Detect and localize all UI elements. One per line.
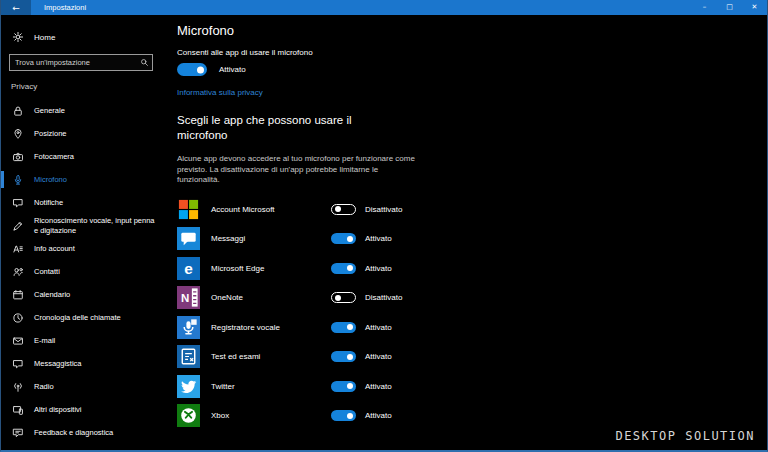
app-name: Test ed esami [211, 352, 331, 361]
privacy-section-label: Privacy [11, 82, 161, 91]
sidebar-item-microfono[interactable]: Microfono [1, 168, 161, 191]
voice-recorder-icon [177, 316, 200, 339]
main-content: Microfono Consenti alle app di usare il … [161, 15, 767, 450]
sidebar-item-label: Altri dispositivi [34, 405, 82, 415]
sidebar-item-feedback-e-diagnostica[interactable]: Feedback e diagnostica [1, 421, 161, 444]
svg-text:N: N [181, 292, 189, 304]
window-controls: – □ ✕ [692, 0, 767, 15]
pen-icon [11, 220, 24, 232]
history-icon [11, 312, 24, 324]
app-toggle[interactable] [331, 410, 356, 421]
sidebar-item-label: Contatti [34, 267, 60, 277]
master-toggle-state: Attivato [219, 65, 246, 74]
app-toggle[interactable] [331, 292, 356, 303]
lock-icon [11, 105, 24, 117]
minimize-button[interactable]: – [692, 0, 717, 15]
location-icon [11, 128, 24, 140]
messaging-app-icon [177, 227, 200, 250]
sidebar-item-calendario[interactable]: Calendario [1, 283, 161, 306]
devices-icon [11, 404, 24, 416]
toggle-knob [347, 324, 353, 330]
sidebar-item-label: Posizione [34, 129, 67, 139]
app-name: Messaggi [211, 234, 331, 243]
apps-section-heading: Scegli le app che possono usare il micro… [177, 113, 377, 143]
edge-icon: e [177, 257, 200, 280]
sidebar-item-radio[interactable]: Radio [1, 375, 161, 398]
app-name: OneNote [211, 293, 331, 302]
toggle-knob [197, 66, 204, 73]
app-toggle[interactable] [331, 322, 356, 333]
notification-icon [11, 197, 24, 209]
app-name: Xbox [211, 411, 331, 420]
back-button[interactable]: ← [1, 0, 31, 15]
app-permission-list: Account MicrosoftDisattivatoMessaggiAtti… [177, 198, 767, 428]
microsoft-logo-icon [177, 198, 200, 221]
sidebar-item-home[interactable]: Home [1, 28, 161, 46]
twitter-icon [177, 375, 200, 398]
xbox-icon [177, 404, 200, 427]
gear-icon [11, 31, 24, 43]
apps-section-description: Alcune app devono accedere al tuo microf… [177, 154, 417, 186]
app-row: TwitterAttivato [177, 375, 767, 398]
sidebar-item-messaggistica[interactable]: Messaggistica [1, 352, 161, 375]
app-row: Test ed esamiAttivato [177, 345, 767, 368]
sidebar-item-label: Calendario [34, 290, 70, 300]
sidebar-item-e-mail[interactable]: E-mail [1, 329, 161, 352]
master-toggle-row: Attivato [177, 63, 767, 76]
sidebar-item-label: Microfono [34, 175, 67, 185]
sidebar-item-label: Messaggistica [34, 359, 82, 369]
sidebar-item-notifiche[interactable]: Notifiche [1, 191, 161, 214]
app-toggle-state: Attivato [365, 352, 392, 361]
sidebar-item-label: Cronologia delle chiamate [34, 313, 121, 323]
sidebar-item-contatti[interactable]: Contatti [1, 260, 161, 283]
app-toggle-state: Disattivato [365, 205, 402, 214]
toggle-knob [335, 206, 341, 212]
sidebar-item-label: E-mail [34, 336, 55, 346]
master-toggle-label: Consenti alle app di usare il microfono [177, 48, 767, 57]
toggle-knob [335, 295, 341, 301]
onenote-icon: N [177, 286, 200, 309]
sidebar-item-label: Fotocamera [34, 152, 74, 162]
sidebar-item-generale[interactable]: Generale [1, 99, 161, 122]
app-toggle[interactable] [331, 263, 356, 274]
sidebar-item-altri-dispositivi[interactable]: Altri dispositivi [1, 398, 161, 421]
sidebar-item-info-account[interactable]: Info account [1, 237, 161, 260]
privacy-statement-link[interactable]: Informativa sulla privacy [177, 88, 263, 97]
sidebar-nav: GeneralePosizioneFotocameraMicrofonoNoti… [1, 99, 161, 444]
account-icon [11, 243, 24, 255]
sidebar-item-label: Riconoscimento vocale, input penna e dig… [34, 216, 157, 235]
master-mic-toggle[interactable] [177, 63, 207, 76]
titlebar: ← Impostazioni – □ ✕ [1, 0, 767, 15]
take-a-test-icon [177, 345, 200, 368]
sidebar-item-label: Radio [34, 382, 54, 392]
toggle-knob [347, 265, 353, 271]
search-icon[interactable] [137, 55, 152, 70]
app-row: NOneNoteDisattivato [177, 286, 767, 309]
page-title: Microfono [177, 23, 767, 39]
app-row: eMicrosoft EdgeAttivato [177, 257, 767, 280]
close-button[interactable]: ✕ [742, 0, 767, 15]
app-toggle-state: Attivato [365, 234, 392, 243]
camera-icon [11, 151, 24, 163]
app-toggle-state: Attivato [365, 411, 392, 420]
radio-icon [11, 381, 24, 393]
window-title: Impostazioni [44, 3, 86, 12]
sidebar-item-posizione[interactable]: Posizione [1, 122, 161, 145]
app-toggle[interactable] [331, 351, 356, 362]
sidebar-item-label: Notifiche [34, 198, 63, 208]
app-toggle-state: Attivato [365, 323, 392, 332]
maximize-button[interactable]: □ [717, 0, 742, 15]
settings-window: ← Impostazioni – □ ✕ Home Privacy Genera… [0, 0, 768, 452]
sidebar-item-cronologia-delle-chiamate[interactable]: Cronologia delle chiamate [1, 306, 161, 329]
app-toggle[interactable] [331, 204, 356, 215]
app-toggle[interactable] [331, 381, 356, 392]
toggle-knob [347, 413, 353, 419]
app-toggle[interactable] [331, 233, 356, 244]
sidebar-item-riconoscimento-vocale[interactable]: Riconoscimento vocale, input penna e dig… [1, 214, 161, 237]
sidebar-item-fotocamera[interactable]: Fotocamera [1, 145, 161, 168]
feedback-icon [11, 427, 24, 439]
app-toggle-state: Attivato [365, 264, 392, 273]
app-row: XboxAttivato [177, 404, 767, 427]
search-input[interactable] [10, 58, 137, 67]
svg-text:e: e [184, 259, 193, 276]
